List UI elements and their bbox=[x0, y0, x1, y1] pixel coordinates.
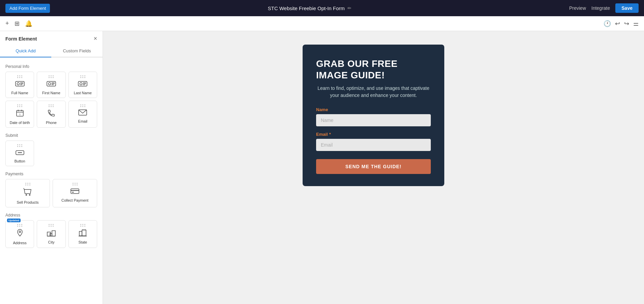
payments-label: Payments bbox=[5, 172, 97, 176]
drag-handle bbox=[17, 104, 22, 107]
element-card-email[interactable]: Email bbox=[68, 101, 97, 128]
drag-handle bbox=[25, 183, 30, 185]
button-label: Button bbox=[15, 159, 25, 163]
sidebar-header: Form Element × bbox=[0, 31, 103, 42]
last-name-label: Last Name bbox=[74, 91, 92, 95]
email-icon bbox=[78, 109, 87, 118]
email-input[interactable] bbox=[316, 139, 431, 151]
drag-handle bbox=[17, 224, 22, 227]
drag-handle bbox=[17, 75, 22, 78]
drag-handle bbox=[73, 183, 78, 185]
phone-icon bbox=[47, 109, 55, 119]
top-nav-left: Add Form Element bbox=[5, 4, 50, 13]
svg-point-6 bbox=[48, 83, 51, 85]
drag-handle bbox=[80, 75, 85, 78]
undo-icon[interactable]: ↩ bbox=[615, 20, 620, 27]
svg-point-29 bbox=[19, 231, 21, 233]
sidebar: Form Element × Quick Add Custom Fields P… bbox=[0, 31, 103, 304]
svg-rect-28 bbox=[72, 192, 74, 193]
element-card-state[interactable]: State bbox=[68, 220, 97, 248]
payments-grid: Sell Products Collect Payment bbox=[5, 179, 97, 207]
collect-payment-icon bbox=[70, 187, 80, 197]
button-icon bbox=[15, 149, 25, 158]
sidebar-close-button[interactable]: × bbox=[93, 35, 97, 42]
city-icon bbox=[47, 229, 56, 239]
required-marker: * bbox=[329, 132, 331, 137]
drag-handle bbox=[49, 104, 54, 107]
element-card-full-name[interactable]: Full Name bbox=[5, 72, 34, 98]
drag-handle bbox=[80, 104, 85, 107]
svg-rect-35 bbox=[82, 230, 86, 236]
add-form-element-button[interactable]: Add Form Element bbox=[5, 4, 50, 13]
date-of-birth-label: Date of birth bbox=[10, 121, 30, 125]
tab-quick-add[interactable]: Quick Add bbox=[0, 45, 51, 57]
personal-info-grid: Full Name bbox=[5, 72, 97, 128]
element-card-first-name[interactable]: First Name bbox=[37, 72, 65, 98]
toolbar-left: + ⊞ 🔔 bbox=[5, 20, 32, 27]
sell-products-label: Sell Products bbox=[17, 200, 39, 204]
sidebar-title: Form Element bbox=[5, 36, 37, 42]
state-label: State bbox=[78, 240, 87, 244]
sell-products-icon bbox=[23, 187, 32, 199]
full-name-label: Full Name bbox=[11, 91, 28, 95]
grid-icon[interactable]: ⊞ bbox=[15, 20, 20, 27]
element-card-sell-products[interactable]: Sell Products bbox=[5, 179, 50, 207]
top-nav: Add Form Element STC Website Freebie Opt… bbox=[0, 0, 644, 16]
integrate-link[interactable]: Integrate bbox=[591, 5, 610, 11]
top-nav-center: STC Website Freebie Opt-In Form ✏ bbox=[268, 5, 352, 11]
drag-handle bbox=[49, 75, 54, 78]
svg-point-11 bbox=[80, 83, 82, 85]
main-layout: Form Element × Quick Add Custom Fields P… bbox=[0, 31, 644, 304]
preview-link[interactable]: Preview bbox=[569, 5, 586, 11]
svg-point-1 bbox=[17, 83, 19, 85]
plus-icon[interactable]: + bbox=[5, 20, 9, 27]
element-card-date-of-birth[interactable]: 1 Date of birth bbox=[5, 101, 34, 128]
svg-text:1: 1 bbox=[19, 113, 21, 116]
redo-icon[interactable]: ↪ bbox=[624, 20, 629, 27]
name-field-group: Name bbox=[316, 107, 431, 126]
drag-handle bbox=[80, 224, 85, 227]
svg-rect-26 bbox=[71, 189, 79, 194]
save-button[interactable]: Save bbox=[615, 3, 639, 13]
edit-title-icon[interactable]: ✏ bbox=[347, 5, 352, 11]
toolbar-right: 🕐 ↩ ↪ ⚌ bbox=[604, 20, 639, 27]
address-icon bbox=[16, 229, 24, 239]
top-nav-right: Preview Integrate Save bbox=[569, 3, 639, 13]
element-card-collect-payment[interactable]: Collect Payment bbox=[53, 179, 97, 207]
element-card-address[interactable]: Updated Address bbox=[5, 220, 34, 248]
history-icon[interactable]: 🕐 bbox=[604, 20, 611, 27]
name-input[interactable] bbox=[316, 114, 431, 126]
submit-button[interactable]: SEND ME THE GUIDE! bbox=[316, 159, 431, 174]
svg-rect-34 bbox=[79, 231, 82, 236]
city-label: City bbox=[48, 240, 55, 244]
settings-icon[interactable]: ⚌ bbox=[633, 20, 639, 27]
tab-custom-fields[interactable]: Custom Fields bbox=[51, 45, 103, 57]
form-card: GRAB OUR FREE IMAGE GUIDE! Learn to find… bbox=[303, 45, 444, 186]
drag-handle bbox=[17, 144, 22, 147]
state-icon bbox=[78, 229, 87, 239]
full-name-icon bbox=[15, 80, 25, 90]
canvas: GRAB OUR FREE IMAGE GUIDE! Learn to find… bbox=[103, 31, 644, 304]
element-card-phone[interactable]: Phone bbox=[37, 101, 65, 128]
svg-point-24 bbox=[26, 195, 27, 196]
submit-label: Submit bbox=[5, 133, 97, 138]
address-label: Address bbox=[5, 213, 97, 218]
element-card-last-name[interactable]: Last Name bbox=[68, 72, 97, 98]
form-headline: GRAB OUR FREE IMAGE GUIDE! bbox=[316, 58, 431, 81]
personal-info-label: Personal Info bbox=[5, 64, 97, 69]
bell-icon[interactable]: 🔔 bbox=[25, 20, 32, 27]
address-grid: Updated Address bbox=[5, 220, 97, 248]
drag-handle bbox=[49, 224, 54, 227]
sidebar-content: Personal Info bbox=[0, 57, 103, 304]
collect-payment-label: Collect Payment bbox=[61, 198, 88, 202]
first-name-icon bbox=[47, 80, 56, 90]
last-name-icon bbox=[78, 80, 87, 90]
address-card-label: Address bbox=[13, 241, 26, 245]
page-title: STC Website Freebie Opt-In Form bbox=[268, 5, 345, 11]
svg-rect-31 bbox=[52, 231, 55, 236]
toolbar: + ⊞ 🔔 🕐 ↩ ↪ ⚌ bbox=[0, 16, 644, 31]
element-card-button[interactable]: Button bbox=[5, 141, 34, 166]
element-card-city[interactable]: City bbox=[37, 220, 65, 248]
svg-point-25 bbox=[29, 195, 30, 196]
first-name-label: First Name bbox=[42, 91, 60, 95]
